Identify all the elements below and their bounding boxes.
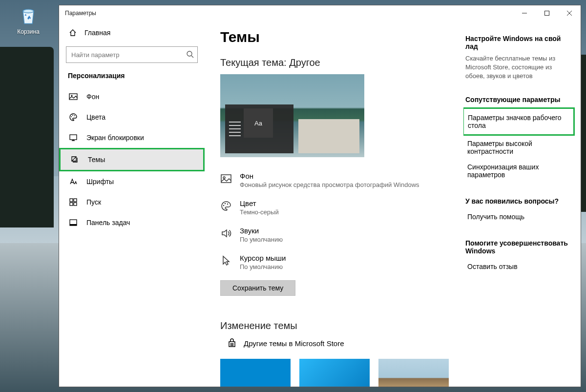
home-icon xyxy=(69,29,77,37)
setting-label: Звуки xyxy=(240,227,283,235)
recycle-bin-label: Корзина xyxy=(17,28,40,35)
settings-window: Параметры Главная Персонализация Фон Цве… xyxy=(59,5,581,387)
link-feedback[interactable]: Оставить отзыв xyxy=(465,259,570,274)
picture-icon xyxy=(220,173,232,185)
fonts-icon xyxy=(69,177,78,186)
sidebar: Главная Персонализация Фон Цвета Экран б… xyxy=(59,21,206,387)
preview-sample-text: Aa xyxy=(244,108,273,138)
cursor-icon xyxy=(220,255,232,267)
theme-thumbnails xyxy=(220,359,449,387)
setting-sub: Фоновый рисунок средства просмотра фотог… xyxy=(240,181,419,188)
sidebar-item-start[interactable]: Пуск xyxy=(59,192,205,212)
sidebar-item-label: Темы xyxy=(88,156,105,164)
close-button[interactable] xyxy=(558,5,581,21)
svg-rect-12 xyxy=(74,203,77,206)
theme-preview: Aa xyxy=(220,74,364,157)
change-theme-heading: Изменение темы xyxy=(220,320,449,331)
sidebar-item-fonts[interactable]: Шрифты xyxy=(59,171,205,192)
svg-rect-8 xyxy=(70,135,77,140)
store-link[interactable]: Другие темы в Microsoft Store xyxy=(227,338,449,348)
svg-point-7 xyxy=(74,115,75,116)
svg-rect-14 xyxy=(70,224,77,226)
setting-sub: По умолчанию xyxy=(240,236,283,243)
taskbar-icon xyxy=(69,218,78,227)
store-icon xyxy=(227,338,237,348)
setting-label: Курсор мыши xyxy=(240,254,286,262)
search-icon xyxy=(186,50,194,58)
svg-point-2 xyxy=(187,51,192,56)
theme-thumb[interactable] xyxy=(220,359,291,387)
content-area: Темы Текущая тема: Другое Aa ФонФоновый … xyxy=(206,21,463,387)
related-title: Сопутствующие параметры xyxy=(465,96,570,103)
svg-point-6 xyxy=(72,115,73,116)
search-input[interactable] xyxy=(66,46,198,63)
svg-point-16 xyxy=(223,177,225,179)
setting-label: Фон xyxy=(240,172,419,180)
sidebar-item-colors[interactable]: Цвета xyxy=(59,107,205,127)
home-button[interactable]: Главная xyxy=(59,24,205,41)
sidebar-item-label: Пуск xyxy=(86,198,101,206)
sidebar-item-label: Экран блокировки xyxy=(86,134,144,142)
window-title: Параметры xyxy=(65,10,96,17)
link-get-help[interactable]: Получить помощь xyxy=(465,209,570,225)
section-label: Персонализация xyxy=(59,70,205,86)
setting-sub: По умолчанию xyxy=(240,263,286,270)
svg-rect-23 xyxy=(232,345,234,346)
customize-desc: Скачайте бесплатные темы из Microsoft St… xyxy=(465,54,570,81)
page-title: Темы xyxy=(220,29,449,45)
palette-icon xyxy=(69,113,78,122)
svg-rect-9 xyxy=(70,199,73,202)
svg-point-4 xyxy=(71,95,73,97)
recycle-bin-icon[interactable]: Корзина xyxy=(10,5,47,35)
improve-title: Помогите усовершенствовать Windows xyxy=(465,239,570,255)
sidebar-item-background[interactable]: Фон xyxy=(59,86,205,107)
minimize-button[interactable] xyxy=(513,5,536,21)
svg-point-5 xyxy=(71,116,72,117)
picture-icon xyxy=(69,92,78,101)
svg-rect-10 xyxy=(74,199,77,202)
home-label: Главная xyxy=(84,29,110,37)
palette-icon xyxy=(220,200,232,212)
svg-point-17 xyxy=(223,205,224,206)
svg-point-19 xyxy=(227,204,228,205)
svg-point-0 xyxy=(23,9,34,13)
link-sync-settings[interactable]: Синхронизация ваших параметров xyxy=(465,159,570,183)
link-desktop-icons[interactable]: Параметры значков рабочего стола xyxy=(466,110,571,133)
svg-rect-20 xyxy=(230,343,232,345)
right-rail: Настройте Windows на свой лад Скачайте б… xyxy=(463,21,581,387)
store-link-label: Другие темы в Microsoft Store xyxy=(244,339,344,348)
svg-rect-11 xyxy=(70,203,73,206)
link-high-contrast[interactable]: Параметры высокой контрастности xyxy=(465,136,570,159)
svg-point-18 xyxy=(225,203,226,204)
setting-row-cursor[interactable]: Курсор мышиПо умолчанию xyxy=(220,250,449,277)
sidebar-item-taskbar[interactable]: Панель задач xyxy=(59,212,205,233)
faq-title: У вас появились вопросы? xyxy=(465,197,570,205)
current-theme-heading: Текущая тема: Другое xyxy=(220,57,449,68)
svg-rect-21 xyxy=(232,343,234,345)
lockscreen-icon xyxy=(69,133,78,142)
maximize-button[interactable] xyxy=(536,5,558,21)
setting-row-sounds[interactable]: ЗвукиПо умолчанию xyxy=(220,223,449,250)
theme-thumb[interactable] xyxy=(378,359,449,387)
setting-label: Цвет xyxy=(240,199,279,207)
sidebar-item-label: Фон xyxy=(86,93,99,101)
sidebar-item-label: Панель задач xyxy=(86,219,130,227)
svg-rect-22 xyxy=(230,345,232,346)
save-theme-button[interactable]: Сохранить тему xyxy=(220,280,295,296)
setting-sub: Темно-серый xyxy=(240,208,279,216)
svg-rect-1 xyxy=(545,11,549,16)
sound-icon xyxy=(220,227,232,239)
titlebar: Параметры xyxy=(59,5,581,21)
start-icon xyxy=(69,198,78,206)
sidebar-item-themes[interactable]: Темы xyxy=(59,148,205,171)
sidebar-item-label: Шрифты xyxy=(86,178,114,186)
theme-thumb[interactable] xyxy=(299,359,370,387)
sidebar-item-label: Цвета xyxy=(86,113,105,121)
customize-title: Настройте Windows на свой лад xyxy=(465,35,570,50)
setting-row-background[interactable]: ФонФоновый рисунок средства просмотра фо… xyxy=(220,168,449,195)
sidebar-item-lockscreen[interactable]: Экран блокировки xyxy=(59,127,205,148)
setting-row-color[interactable]: ЦветТемно-серый xyxy=(220,195,449,223)
themes-icon xyxy=(70,155,79,164)
